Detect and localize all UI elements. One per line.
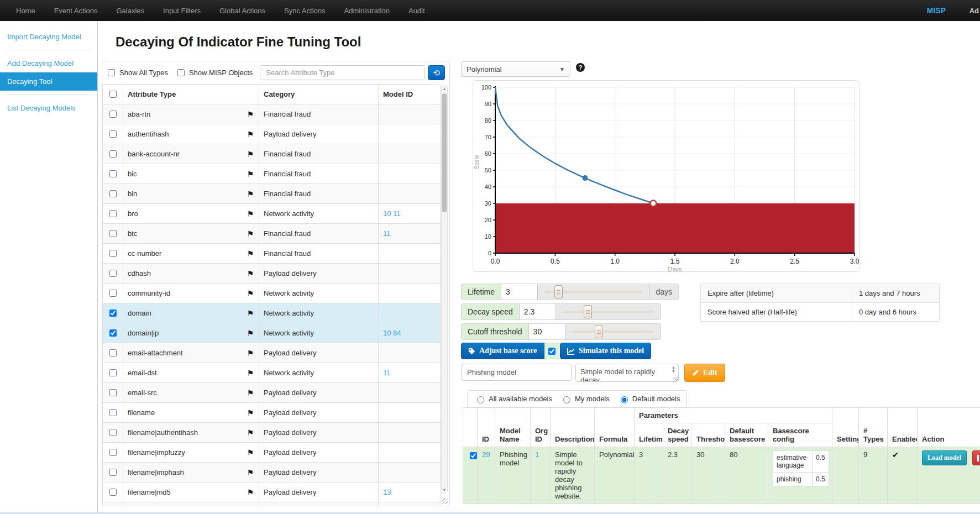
model-id-links[interactable]: 13 <box>379 482 441 502</box>
flag-icon[interactable]: ⚑ <box>247 389 254 397</box>
refresh-button[interactable]: ⟲ <box>428 65 445 80</box>
search-input[interactable] <box>260 65 425 80</box>
sidebar-item[interactable]: Add Decaying Model <box>0 54 97 72</box>
flag-icon[interactable]: ⚑ <box>247 249 254 258</box>
row-checkbox[interactable] <box>109 409 117 416</box>
row-checkbox[interactable] <box>109 230 117 237</box>
model-id-links[interactable]: 11 <box>379 363 441 383</box>
model-id-links[interactable] <box>379 303 441 323</box>
flag-icon[interactable]: ⚑ <box>247 408 254 417</box>
slider-value[interactable]: 30 <box>529 324 565 339</box>
col-model-id[interactable]: Model ID <box>379 85 441 104</box>
adjust-base-score-button[interactable]: Adjust base score <box>461 343 544 359</box>
nav-item[interactable]: Global Actions <box>210 7 275 15</box>
simulate-model-button[interactable]: Simulate this model <box>560 343 651 359</box>
row-checkbox[interactable] <box>109 270 117 277</box>
flag-icon[interactable]: ⚑ <box>247 349 254 358</box>
slider-value[interactable]: 2.3 <box>520 304 556 319</box>
model-id-links[interactable] <box>379 383 441 403</box>
decay-chart[interactable]: 01020304050607080901000.00.51.01.52.02.5… <box>473 81 859 271</box>
nav-item[interactable]: Home <box>7 7 45 15</box>
row-checkbox[interactable] <box>109 130 117 138</box>
slider-value[interactable]: 3 <box>501 284 538 300</box>
model-id-links[interactable] <box>379 403 441 423</box>
pause-model-button[interactable] <box>972 450 980 465</box>
model-id-link[interactable]: 29 <box>482 450 490 459</box>
misp-brand-link[interactable]: MISP <box>927 6 946 15</box>
row-checkbox[interactable] <box>109 210 117 217</box>
nav-item[interactable]: Input Filters <box>154 7 210 15</box>
model-filter-option[interactable]: Default models <box>618 395 680 403</box>
nav-user-menu[interactable]: Ad <box>969 7 979 15</box>
select-all-checkbox[interactable] <box>109 91 117 98</box>
slider-handle[interactable] <box>554 285 563 298</box>
model-id-links[interactable] <box>379 423 441 443</box>
show-misp-objects-checkbox[interactable] <box>177 69 185 76</box>
model-id-links[interactable] <box>379 443 441 463</box>
flag-icon[interactable]: ⚑ <box>247 110 254 119</box>
row-checkbox[interactable] <box>109 329 117 337</box>
scroll-down-icon[interactable]: ▼ <box>442 488 447 492</box>
flag-icon[interactable]: ⚑ <box>247 289 254 298</box>
attribute-table-scrollbar[interactable]: ▲ ▼ <box>441 85 448 494</box>
nav-item[interactable]: Galaxies <box>107 7 154 15</box>
row-checkbox[interactable] <box>109 290 117 297</box>
nav-item[interactable]: Event Actions <box>45 7 107 15</box>
col-category[interactable]: Category <box>259 85 379 104</box>
textarea-resize-grip[interactable] <box>673 377 678 381</box>
row-checkbox[interactable] <box>109 389 117 396</box>
slider-track[interactable] <box>544 284 642 300</box>
model-id-links[interactable] <box>379 284 441 303</box>
row-checkbox[interactable] <box>109 310 117 317</box>
model-filter-radio[interactable] <box>563 396 570 403</box>
slider-handle[interactable] <box>595 325 603 338</box>
nav-item[interactable]: Audit <box>399 7 434 15</box>
model-name-input[interactable] <box>461 364 572 381</box>
adjust-basescore-checkbox[interactable] <box>548 348 555 355</box>
show-all-types-checkbox[interactable] <box>108 69 115 76</box>
scroll-up-icon[interactable]: ▲ <box>442 87 447 91</box>
model-filter-option[interactable]: All available models <box>474 395 552 403</box>
flag-icon[interactable]: ⚑ <box>247 468 254 477</box>
flag-icon[interactable]: ⚑ <box>247 309 254 318</box>
slider-track[interactable] <box>563 304 654 319</box>
model-id-links[interactable] <box>379 244 441 264</box>
sidebar-item[interactable]: Decaying Tool <box>0 72 97 91</box>
model-id-links[interactable]: 11 <box>379 224 441 244</box>
flag-icon[interactable]: ⚑ <box>247 488 254 497</box>
model-id-links[interactable]: 10 84 <box>379 323 441 343</box>
row-checkbox[interactable] <box>109 469 117 476</box>
flag-icon[interactable]: ⚑ <box>247 229 254 238</box>
slider-track[interactable] <box>572 324 654 339</box>
formula-select[interactable]: Polynomial ▼ <box>461 61 570 77</box>
org-id-link[interactable]: 1 <box>535 450 539 459</box>
model-description-textarea[interactable]: Simple model to rapidly decay <box>575 364 679 382</box>
model-row-checkbox[interactable] <box>470 452 477 459</box>
flag-icon[interactable]: ⚑ <box>247 190 254 198</box>
edit-model-button[interactable]: Edit <box>684 364 725 382</box>
model-id-links[interactable] <box>379 124 441 144</box>
row-checkbox[interactable] <box>109 150 117 158</box>
model-id-links[interactable] <box>379 104 441 124</box>
row-checkbox[interactable] <box>109 429 117 436</box>
row-checkbox[interactable] <box>109 250 117 257</box>
row-checkbox[interactable] <box>109 190 117 197</box>
col-attribute-type[interactable]: Attribute Type <box>123 85 259 104</box>
flag-icon[interactable]: ⚑ <box>247 170 254 179</box>
row-checkbox[interactable] <box>109 489 117 496</box>
flag-icon[interactable]: ⚑ <box>247 150 254 159</box>
model-filter-option[interactable]: My models <box>560 395 610 403</box>
slider-handle[interactable] <box>584 305 592 318</box>
model-id-links[interactable]: 10 11 <box>379 204 441 224</box>
flag-icon[interactable]: ⚑ <box>247 428 254 437</box>
model-id-links[interactable] <box>379 164 441 184</box>
row-checkbox[interactable] <box>109 369 117 376</box>
scrollbar-thumb[interactable] <box>442 93 447 212</box>
model-id-links[interactable] <box>379 343 441 363</box>
row-checkbox[interactable] <box>109 111 117 118</box>
flag-icon[interactable]: ⚑ <box>247 209 254 218</box>
flag-icon[interactable]: ⚑ <box>247 329 254 338</box>
model-id-links[interactable] <box>379 144 441 164</box>
model-id-links[interactable]: 13 <box>379 502 441 507</box>
model-id-links[interactable] <box>379 463 441 482</box>
